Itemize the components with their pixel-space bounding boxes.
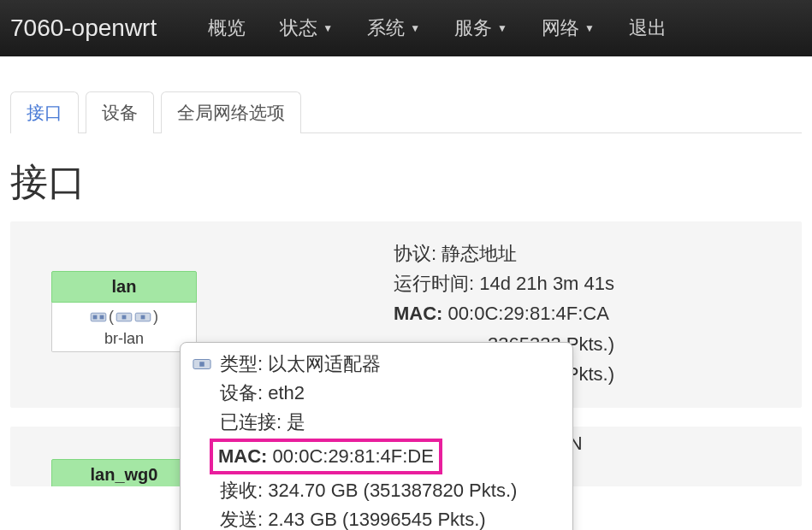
svg-rect-4	[122, 315, 127, 319]
nic-icon-group: ( )	[90, 308, 158, 326]
nav-overview[interactable]: 概览	[191, 0, 263, 56]
nav-services[interactable]: 服务▼	[437, 0, 525, 56]
chevron-down-icon: ▼	[323, 22, 333, 34]
page-title: 接口	[10, 157, 802, 208]
mac-label: MAC:	[394, 303, 442, 324]
tab-global-options[interactable]: 全局网络选项	[161, 91, 301, 133]
nav-status[interactable]: 状态▼	[263, 0, 350, 56]
brand[interactable]: 7060-openwrt	[10, 15, 157, 42]
svg-rect-6	[141, 315, 145, 319]
top-navbar: 7060-openwrt 概览 状态▼ 系统▼ 服务▼ 网络▼ 退出	[0, 0, 812, 56]
interface-name-label: lan	[51, 271, 197, 303]
tab-interfaces[interactable]: 接口	[10, 91, 79, 133]
device-tooltip: 类型: 以太网适配器 设备: eth2 已连接: 是 MAC: 00:0C:29…	[180, 342, 573, 530]
tooltip-connected-value: 是	[287, 411, 305, 433]
nic-icon	[134, 310, 151, 324]
interface-name-label[interactable]: lan_wg0	[51, 459, 197, 486]
nav-logout[interactable]: 退出	[612, 0, 684, 56]
tooltip-rx-label: 接收:	[220, 480, 263, 501]
svg-rect-1	[93, 315, 98, 319]
tooltip-tx-value: 2.43 GB (13996545 Pkts.)	[268, 509, 485, 530]
chevron-down-icon: ▼	[497, 22, 507, 34]
tooltip-connected-label: 已连接:	[220, 411, 282, 433]
protocol-value: 静态地址	[442, 243, 517, 264]
interface-badge-lan[interactable]: lan ( ) br-lan	[51, 271, 197, 352]
nav-services-label: 服务	[454, 15, 492, 41]
chevron-down-icon: ▼	[584, 22, 595, 34]
interface-bridge-name: br-lan	[52, 330, 196, 348]
nav-menu: 概览 状态▼ 系统▼ 服务▼ 网络▼ 退出	[191, 0, 684, 56]
nav-overview-label: 概览	[208, 15, 246, 41]
tooltip-mac-value: 00:0C:29:81:4F:DE	[273, 445, 434, 467]
tooltip-device-value: eth2	[268, 382, 305, 403]
tab-bar: 接口 设备 全局网络选项	[10, 91, 802, 133]
nic-icon	[193, 355, 211, 374]
svg-rect-8	[199, 362, 204, 367]
nav-network[interactable]: 网络▼	[525, 0, 612, 56]
mac-value: 00:0C:29:81:4F:CA	[448, 303, 609, 324]
nic-icon	[90, 310, 107, 324]
uptime-label: 运行时间:	[394, 273, 474, 294]
interface-device-sublabel: ( ) br-lan	[51, 303, 197, 352]
tooltip-type-value: 以太网适配器	[268, 353, 381, 374]
uptime-value: 14d 21h 3m 41s	[479, 273, 614, 294]
tooltip-mac-label: MAC:	[218, 445, 267, 467]
tooltip-device-label: 设备:	[220, 382, 263, 403]
tab-devices[interactable]: 设备	[86, 91, 154, 133]
nav-status-label: 状态	[280, 15, 317, 41]
tooltip-mac-highlight: MAC: 00:0C:29:81:4F:DE	[210, 439, 442, 474]
protocol-label: 协议:	[394, 243, 436, 264]
nav-logout-label: 退出	[629, 15, 667, 41]
tooltip-tx-label: 发送:	[220, 509, 263, 530]
nic-icon	[116, 310, 133, 324]
nav-system[interactable]: 系统▼	[350, 0, 437, 56]
nav-system-label: 系统	[367, 15, 405, 41]
svg-rect-2	[100, 315, 104, 319]
tooltip-type-label: 类型:	[220, 353, 263, 374]
tooltip-rx-value: 324.70 GB (351387820 Pkts.)	[268, 480, 517, 501]
nav-network-label: 网络	[542, 15, 579, 41]
chevron-down-icon: ▼	[410, 22, 420, 34]
